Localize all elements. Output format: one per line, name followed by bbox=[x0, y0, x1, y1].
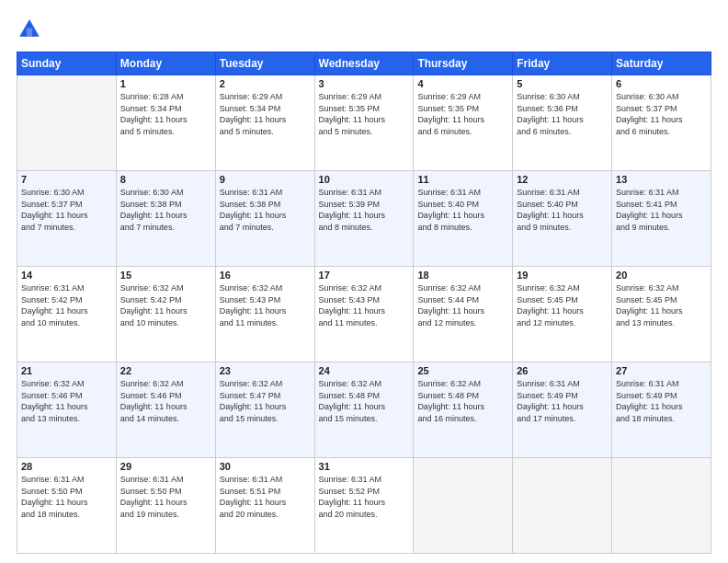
day-info: Sunrise: 6:32 AM Sunset: 5:45 PM Dayligh… bbox=[517, 282, 608, 328]
calendar-cell: 7Sunrise: 6:30 AM Sunset: 5:37 PM Daylig… bbox=[17, 171, 117, 267]
calendar-cell: 1Sunrise: 6:28 AM Sunset: 5:34 PM Daylig… bbox=[116, 75, 215, 171]
calendar-header: SundayMondayTuesdayWednesdayThursdayFrid… bbox=[17, 52, 711, 75]
calendar-cell: 14Sunrise: 6:31 AM Sunset: 5:42 PM Dayli… bbox=[17, 267, 117, 362]
calendar-cell: 3Sunrise: 6:29 AM Sunset: 5:35 PM Daylig… bbox=[314, 75, 414, 171]
day-info: Sunrise: 6:32 AM Sunset: 5:43 PM Dayligh… bbox=[220, 282, 311, 328]
day-number: 30 bbox=[220, 461, 311, 472]
week-row-3: 21Sunrise: 6:32 AM Sunset: 5:46 PM Dayli… bbox=[17, 362, 711, 458]
day-number: 18 bbox=[417, 270, 508, 281]
day-info: Sunrise: 6:30 AM Sunset: 5:37 PM Dayligh… bbox=[616, 91, 707, 137]
calendar-cell: 24Sunrise: 6:32 AM Sunset: 5:48 PM Dayli… bbox=[314, 362, 414, 458]
logo-icon bbox=[17, 17, 42, 42]
calendar: SundayMondayTuesdayWednesdayThursdayFrid… bbox=[17, 52, 711, 554]
day-info: Sunrise: 6:31 AM Sunset: 5:50 PM Dayligh… bbox=[21, 474, 112, 520]
day-info: Sunrise: 6:31 AM Sunset: 5:39 PM Dayligh… bbox=[319, 187, 410, 233]
day-number: 10 bbox=[319, 174, 410, 185]
calendar-cell: 5Sunrise: 6:30 AM Sunset: 5:36 PM Daylig… bbox=[513, 75, 612, 171]
weekday-wednesday: Wednesday bbox=[314, 52, 414, 75]
calendar-cell: 12Sunrise: 6:31 AM Sunset: 5:40 PM Dayli… bbox=[513, 171, 612, 267]
week-row-4: 28Sunrise: 6:31 AM Sunset: 5:50 PM Dayli… bbox=[17, 458, 711, 554]
day-number: 21 bbox=[21, 365, 112, 376]
calendar-cell: 11Sunrise: 6:31 AM Sunset: 5:40 PM Dayli… bbox=[414, 171, 513, 267]
calendar-cell: 27Sunrise: 6:31 AM Sunset: 5:49 PM Dayli… bbox=[612, 362, 711, 458]
week-row-2: 14Sunrise: 6:31 AM Sunset: 5:42 PM Dayli… bbox=[17, 267, 711, 362]
calendar-cell: 17Sunrise: 6:32 AM Sunset: 5:43 PM Dayli… bbox=[314, 267, 414, 362]
day-number: 29 bbox=[120, 461, 211, 472]
day-number: 2 bbox=[220, 78, 311, 89]
weekday-row: SundayMondayTuesdayWednesdayThursdayFrid… bbox=[17, 52, 711, 75]
day-info: Sunrise: 6:31 AM Sunset: 5:40 PM Dayligh… bbox=[417, 187, 508, 233]
calendar-cell: 6Sunrise: 6:30 AM Sunset: 5:37 PM Daylig… bbox=[612, 75, 711, 171]
calendar-cell: 13Sunrise: 6:31 AM Sunset: 5:41 PM Dayli… bbox=[612, 171, 711, 267]
day-info: Sunrise: 6:31 AM Sunset: 5:40 PM Dayligh… bbox=[517, 187, 608, 233]
calendar-cell: 9Sunrise: 6:31 AM Sunset: 5:38 PM Daylig… bbox=[215, 171, 314, 267]
weekday-tuesday: Tuesday bbox=[215, 52, 314, 75]
header bbox=[17, 17, 711, 42]
calendar-cell: 22Sunrise: 6:32 AM Sunset: 5:46 PM Dayli… bbox=[116, 362, 215, 458]
calendar-cell: 15Sunrise: 6:32 AM Sunset: 5:42 PM Dayli… bbox=[116, 267, 215, 362]
day-number: 17 bbox=[319, 270, 410, 281]
week-row-0: 1Sunrise: 6:28 AM Sunset: 5:34 PM Daylig… bbox=[17, 75, 711, 171]
calendar-cell: 19Sunrise: 6:32 AM Sunset: 5:45 PM Dayli… bbox=[513, 267, 612, 362]
day-info: Sunrise: 6:30 AM Sunset: 5:37 PM Dayligh… bbox=[21, 187, 112, 233]
day-number: 16 bbox=[220, 270, 311, 281]
day-info: Sunrise: 6:32 AM Sunset: 5:47 PM Dayligh… bbox=[220, 378, 311, 424]
weekday-monday: Monday bbox=[116, 52, 215, 75]
day-info: Sunrise: 6:31 AM Sunset: 5:38 PM Dayligh… bbox=[220, 187, 311, 233]
day-number: 31 bbox=[319, 461, 410, 472]
day-info: Sunrise: 6:30 AM Sunset: 5:36 PM Dayligh… bbox=[517, 91, 608, 137]
weekday-thursday: Thursday bbox=[414, 52, 513, 75]
day-number: 19 bbox=[517, 270, 608, 281]
calendar-body: 1Sunrise: 6:28 AM Sunset: 5:34 PM Daylig… bbox=[17, 75, 711, 554]
svg-rect-2 bbox=[27, 28, 32, 36]
week-row-1: 7Sunrise: 6:30 AM Sunset: 5:37 PM Daylig… bbox=[17, 171, 711, 267]
calendar-cell: 26Sunrise: 6:31 AM Sunset: 5:49 PM Dayli… bbox=[513, 362, 612, 458]
day-info: Sunrise: 6:31 AM Sunset: 5:41 PM Dayligh… bbox=[616, 187, 707, 233]
day-number: 25 bbox=[417, 365, 508, 376]
day-number: 5 bbox=[517, 78, 608, 89]
day-number: 14 bbox=[21, 270, 112, 281]
calendar-cell: 29Sunrise: 6:31 AM Sunset: 5:50 PM Dayli… bbox=[116, 458, 215, 554]
day-info: Sunrise: 6:31 AM Sunset: 5:42 PM Dayligh… bbox=[21, 282, 112, 328]
calendar-cell: 2Sunrise: 6:29 AM Sunset: 5:34 PM Daylig… bbox=[215, 75, 314, 171]
day-info: Sunrise: 6:29 AM Sunset: 5:35 PM Dayligh… bbox=[319, 91, 410, 137]
day-info: Sunrise: 6:32 AM Sunset: 5:43 PM Dayligh… bbox=[319, 282, 410, 328]
calendar-cell bbox=[513, 458, 612, 554]
calendar-cell: 30Sunrise: 6:31 AM Sunset: 5:51 PM Dayli… bbox=[215, 458, 314, 554]
calendar-cell: 31Sunrise: 6:31 AM Sunset: 5:52 PM Dayli… bbox=[314, 458, 414, 554]
day-info: Sunrise: 6:29 AM Sunset: 5:35 PM Dayligh… bbox=[417, 91, 508, 137]
day-number: 9 bbox=[220, 174, 311, 185]
calendar-cell: 10Sunrise: 6:31 AM Sunset: 5:39 PM Dayli… bbox=[314, 171, 414, 267]
day-number: 8 bbox=[120, 174, 211, 185]
calendar-cell bbox=[414, 458, 513, 554]
day-info: Sunrise: 6:31 AM Sunset: 5:49 PM Dayligh… bbox=[616, 378, 707, 424]
day-info: Sunrise: 6:30 AM Sunset: 5:38 PM Dayligh… bbox=[120, 187, 211, 233]
day-number: 23 bbox=[220, 365, 311, 376]
day-number: 7 bbox=[21, 174, 112, 185]
day-number: 26 bbox=[517, 365, 608, 376]
calendar-cell: 20Sunrise: 6:32 AM Sunset: 5:45 PM Dayli… bbox=[612, 267, 711, 362]
day-info: Sunrise: 6:28 AM Sunset: 5:34 PM Dayligh… bbox=[120, 91, 211, 137]
calendar-cell: 4Sunrise: 6:29 AM Sunset: 5:35 PM Daylig… bbox=[414, 75, 513, 171]
day-info: Sunrise: 6:32 AM Sunset: 5:45 PM Dayligh… bbox=[616, 282, 707, 328]
weekday-saturday: Saturday bbox=[612, 52, 711, 75]
day-number: 15 bbox=[120, 270, 211, 281]
calendar-cell: 18Sunrise: 6:32 AM Sunset: 5:44 PM Dayli… bbox=[414, 267, 513, 362]
day-info: Sunrise: 6:31 AM Sunset: 5:50 PM Dayligh… bbox=[120, 474, 211, 520]
day-number: 3 bbox=[319, 78, 410, 89]
day-number: 28 bbox=[21, 461, 112, 472]
calendar-cell: 23Sunrise: 6:32 AM Sunset: 5:47 PM Dayli… bbox=[215, 362, 314, 458]
day-info: Sunrise: 6:32 AM Sunset: 5:48 PM Dayligh… bbox=[319, 378, 410, 424]
day-info: Sunrise: 6:31 AM Sunset: 5:49 PM Dayligh… bbox=[517, 378, 608, 424]
day-info: Sunrise: 6:29 AM Sunset: 5:34 PM Dayligh… bbox=[220, 91, 311, 137]
day-number: 4 bbox=[417, 78, 508, 89]
day-number: 22 bbox=[120, 365, 211, 376]
calendar-cell: 21Sunrise: 6:32 AM Sunset: 5:46 PM Dayli… bbox=[17, 362, 117, 458]
day-info: Sunrise: 6:32 AM Sunset: 5:44 PM Dayligh… bbox=[417, 282, 508, 328]
calendar-cell: 28Sunrise: 6:31 AM Sunset: 5:50 PM Dayli… bbox=[17, 458, 117, 554]
logo bbox=[17, 17, 46, 42]
day-number: 27 bbox=[616, 365, 707, 376]
calendar-cell bbox=[612, 458, 711, 554]
calendar-cell: 8Sunrise: 6:30 AM Sunset: 5:38 PM Daylig… bbox=[116, 171, 215, 267]
day-info: Sunrise: 6:32 AM Sunset: 5:42 PM Dayligh… bbox=[120, 282, 211, 328]
